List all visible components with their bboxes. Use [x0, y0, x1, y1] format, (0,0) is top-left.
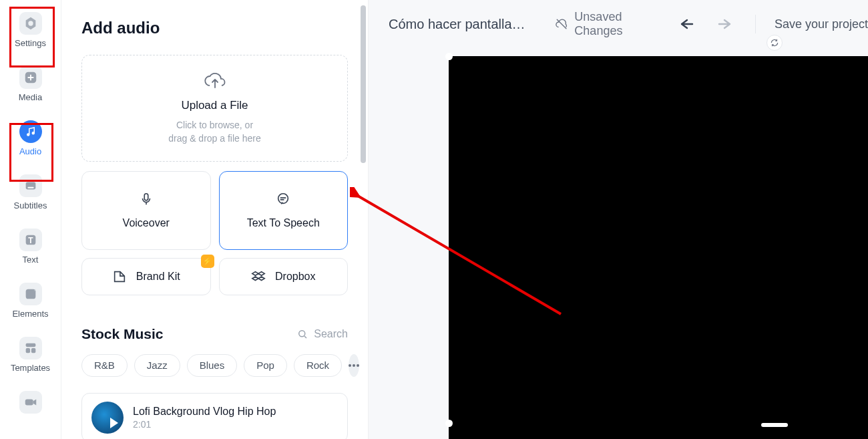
svg-point-2 — [32, 132, 34, 134]
brand-kit-card[interactable]: ⚡ Brand Kit — [81, 258, 211, 295]
upload-title: Upload a File — [181, 99, 248, 112]
plus-icon — [19, 66, 42, 89]
sidebar-item-record[interactable] — [9, 391, 52, 414]
sidebar-item-label: Subtitles — [14, 201, 47, 210]
genre-chip[interactable]: Rock — [294, 354, 342, 377]
cloud-upload-icon — [204, 71, 226, 91]
svg-point-1 — [27, 134, 29, 136]
svg-rect-12 — [144, 194, 148, 200]
search-label: Search — [314, 328, 348, 340]
dropbox-icon — [251, 269, 266, 284]
camera-icon — [19, 391, 42, 414]
dropbox-card[interactable]: Dropbox — [219, 258, 349, 295]
sidebar-item-label: Settings — [15, 39, 46, 47]
card-label: Text To Speech — [247, 217, 320, 229]
genre-chip[interactable]: Blues — [187, 354, 238, 377]
stock-track-item[interactable]: Lofi Background Vlog Hip Hop 2:01 — [81, 393, 348, 439]
genre-chip[interactable]: Pop — [244, 354, 287, 377]
premium-badge-icon: ⚡ — [201, 255, 214, 268]
cloud-off-icon — [556, 17, 568, 31]
svg-rect-8 — [25, 343, 35, 347]
card-label: Voiceover — [123, 217, 170, 229]
redo-button[interactable] — [714, 17, 732, 31]
svg-point-14 — [299, 331, 305, 337]
elements-icon — [19, 283, 42, 305]
svg-point-17 — [357, 364, 359, 367]
svg-point-16 — [353, 364, 355, 367]
svg-rect-3 — [25, 182, 35, 190]
card-label: Dropbox — [275, 271, 315, 283]
panel-scrollbar[interactable] — [361, 5, 366, 163]
templates-icon — [19, 337, 42, 359]
sidebar-item-templates[interactable]: Templates — [9, 337, 52, 372]
track-play-icon[interactable] — [91, 402, 124, 434]
stock-music-heading: Stock Music — [81, 326, 164, 342]
text-icon: T — [19, 229, 42, 251]
svg-text:T: T — [28, 236, 33, 245]
resize-handle[interactable] — [445, 53, 453, 60]
topbar-separator — [755, 15, 756, 33]
genre-chip[interactable]: R&B — [81, 354, 128, 377]
upload-dropzone[interactable]: Upload a File Click to browse, ordrag & … — [81, 55, 348, 162]
sidebar-item-label: Elements — [12, 309, 48, 318]
svg-point-15 — [349, 364, 351, 367]
unsaved-indicator: Unsaved Changes — [556, 10, 656, 38]
resize-handle[interactable] — [445, 420, 453, 427]
more-icon — [349, 364, 359, 367]
search-icon — [296, 328, 308, 340]
palette-icon — [112, 269, 127, 284]
sidebar-item-label: Audio — [19, 147, 41, 156]
sidebar-item-label: Media — [19, 93, 42, 102]
svg-rect-9 — [25, 348, 29, 353]
upload-subtitle: Click to browse, ordrag & drop a file he… — [168, 119, 261, 145]
card-label: Brand Kit — [136, 271, 180, 283]
save-project-button[interactable]: Save your project — [775, 17, 868, 31]
undo-button[interactable] — [679, 17, 698, 31]
subtitles-icon — [19, 174, 42, 197]
stock-music-search[interactable]: Search — [296, 328, 348, 340]
sidebar-item-subtitles[interactable]: Subtitles — [9, 174, 52, 210]
svg-rect-10 — [31, 348, 35, 353]
music-note-icon — [19, 120, 42, 143]
video-canvas[interactable] — [449, 56, 868, 439]
sidebar-item-text[interactable]: T Text — [9, 229, 52, 264]
editor-topbar: Cómo hacer pantallas final... Unsaved Ch… — [369, 0, 868, 48]
sidebar-item-audio[interactable]: Audio — [9, 120, 52, 156]
sidebar-item-label: Templates — [11, 363, 50, 372]
settings-icon — [19, 12, 42, 35]
resize-handle[interactable] — [761, 423, 788, 427]
speech-bubble-icon — [276, 192, 290, 206]
sidebar-item-media[interactable]: Media — [9, 66, 52, 102]
microphone-icon — [139, 192, 154, 206]
svg-rect-4 — [27, 187, 33, 188]
project-title[interactable]: Cómo hacer pantallas final... — [389, 17, 530, 32]
voiceover-card[interactable]: Voiceover — [81, 171, 211, 250]
svg-rect-11 — [25, 399, 33, 405]
svg-point-13 — [278, 194, 288, 204]
text-to-speech-card[interactable]: Text To Speech — [219, 171, 349, 250]
sidebar-item-elements[interactable]: Elements — [9, 283, 52, 318]
more-genres-button[interactable] — [349, 354, 359, 377]
genre-chip[interactable]: Jazz — [134, 354, 180, 377]
track-duration: 2:01 — [133, 419, 276, 430]
sidebar-item-settings[interactable]: Settings — [9, 12, 52, 47]
track-title: Lofi Background Vlog Hip Hop — [133, 406, 276, 418]
sidebar-item-label: Text — [23, 255, 39, 264]
panel-title: Add audio — [81, 19, 348, 37]
